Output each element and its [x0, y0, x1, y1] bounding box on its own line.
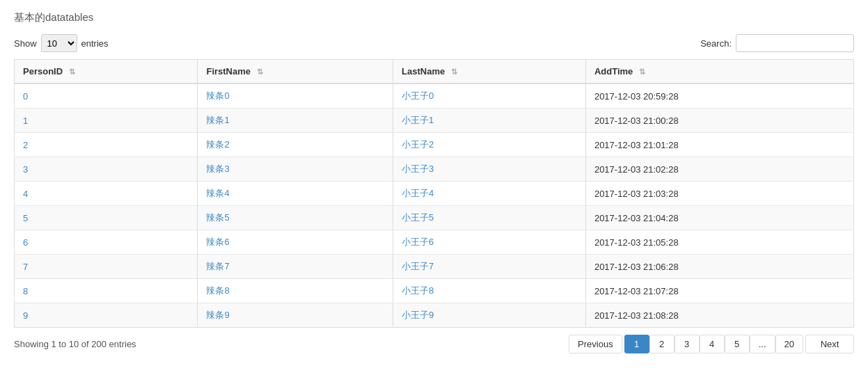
cell-firstname: 辣条9 [198, 303, 393, 328]
cell-addtime: 2017-12-03 20:59:28 [585, 83, 853, 109]
cell-personid: 0 [15, 83, 198, 109]
table-row: 5辣条5小王子52017-12-03 21:04:28 [15, 206, 854, 230]
next-button[interactable]: Next [805, 335, 854, 353]
cell-personid: 2 [15, 133, 198, 157]
cell-firstname: 辣条0 [198, 83, 393, 109]
cell-personid: 6 [15, 230, 198, 255]
page-title: 基本的datatables [14, 11, 854, 24]
cell-firstname: 辣条5 [198, 206, 393, 230]
table-row: 6辣条6小王子62017-12-03 21:05:28 [15, 230, 854, 255]
page-button-4[interactable]: 4 [700, 335, 725, 353]
cell-addtime: 2017-12-03 21:02:28 [585, 157, 853, 182]
sort-icon-lastname: ⇅ [451, 67, 457, 77]
entries-label: entries [81, 38, 109, 49]
cell-addtime: 2017-12-03 21:04:28 [585, 206, 853, 230]
col-firstname[interactable]: FirstName ⇅ [198, 60, 393, 84]
previous-button[interactable]: Previous [569, 335, 622, 353]
col-personid[interactable]: PersonID ⇅ [15, 60, 198, 84]
cell-personid: 3 [15, 157, 198, 182]
table-row: 0辣条0小王子02017-12-03 20:59:28 [15, 83, 854, 109]
cell-addtime: 2017-12-03 21:03:28 [585, 182, 853, 206]
cell-firstname: 辣条8 [198, 279, 393, 303]
page-button-1[interactable]: 1 [624, 335, 649, 353]
cell-personid: 7 [15, 255, 198, 279]
cell-lastname: 小王子5 [393, 206, 586, 230]
cell-personid: 5 [15, 206, 198, 230]
cell-lastname: 小王子2 [393, 133, 586, 157]
cell-addtime: 2017-12-03 21:07:28 [585, 279, 853, 303]
cell-lastname: 小王子8 [393, 279, 586, 303]
cell-addtime: 2017-12-03 21:01:28 [585, 133, 853, 157]
page-button-20[interactable]: 20 [775, 335, 803, 353]
page-button-2[interactable]: 2 [649, 335, 674, 353]
show-label: Show [14, 38, 37, 49]
sort-icon-personid: ⇅ [69, 67, 75, 77]
cell-lastname: 小王子6 [393, 230, 586, 255]
cell-addtime: 2017-12-03 21:06:28 [585, 255, 853, 279]
table-row: 1辣条1小王子12017-12-03 21:00:28 [15, 109, 854, 133]
cell-personid: 4 [15, 182, 198, 206]
cell-personid: 1 [15, 109, 198, 133]
table-row: 8辣条8小王子82017-12-03 21:07:28 [15, 279, 854, 303]
table-row: 4辣条4小王子42017-12-03 21:03:28 [15, 182, 854, 206]
search-input[interactable] [736, 34, 854, 52]
table-info: Showing 1 to 10 of 200 entries [14, 339, 136, 349]
page-button-3[interactable]: 3 [674, 335, 700, 353]
table-body: 0辣条0小王子02017-12-03 20:59:281辣条1小王子12017-… [15, 83, 854, 328]
col-personid-label: PersonID [23, 66, 63, 77]
pagination: Previous 12345...20 Next [569, 335, 854, 353]
sort-icon-addtime: ⇅ [639, 67, 645, 77]
search-label: Search: [700, 38, 732, 49]
pagination-ellipsis: ... [750, 335, 775, 353]
cell-lastname: 小王子9 [393, 303, 586, 328]
data-table: PersonID ⇅ FirstName ⇅ LastName ⇅ AddTim… [14, 59, 854, 328]
col-firstname-label: FirstName [206, 66, 251, 77]
cell-firstname: 辣条4 [198, 182, 393, 206]
cell-lastname: 小王子4 [393, 182, 586, 206]
cell-lastname: 小王子3 [393, 157, 586, 182]
page-button-5[interactable]: 5 [725, 335, 750, 353]
entries-select[interactable]: 102550100 [41, 34, 77, 52]
cell-personid: 9 [15, 303, 198, 328]
cell-firstname: 辣条7 [198, 255, 393, 279]
col-lastname[interactable]: LastName ⇅ [393, 60, 586, 84]
cell-lastname: 小王子7 [393, 255, 586, 279]
cell-lastname: 小王子0 [393, 83, 586, 109]
cell-lastname: 小王子1 [393, 109, 586, 133]
table-row: 9辣条9小王子92017-12-03 21:08:28 [15, 303, 854, 328]
cell-firstname: 辣条3 [198, 157, 393, 182]
cell-addtime: 2017-12-03 21:05:28 [585, 230, 853, 255]
table-row: 7辣条7小王子72017-12-03 21:06:28 [15, 255, 854, 279]
table-row: 2辣条2小王子22017-12-03 21:01:28 [15, 133, 854, 157]
table-row: 3辣条3小王子32017-12-03 21:02:28 [15, 157, 854, 182]
cell-firstname: 辣条6 [198, 230, 393, 255]
table-header: PersonID ⇅ FirstName ⇅ LastName ⇅ AddTim… [15, 60, 854, 84]
cell-firstname: 辣条1 [198, 109, 393, 133]
cell-addtime: 2017-12-03 21:00:28 [585, 109, 853, 133]
col-lastname-label: LastName [402, 66, 445, 77]
sort-icon-firstname: ⇅ [257, 67, 263, 77]
cell-firstname: 辣条2 [198, 133, 393, 157]
col-addtime[interactable]: AddTime ⇅ [585, 60, 853, 84]
cell-addtime: 2017-12-03 21:08:28 [585, 303, 853, 328]
col-addtime-label: AddTime [594, 66, 633, 77]
cell-personid: 8 [15, 279, 198, 303]
